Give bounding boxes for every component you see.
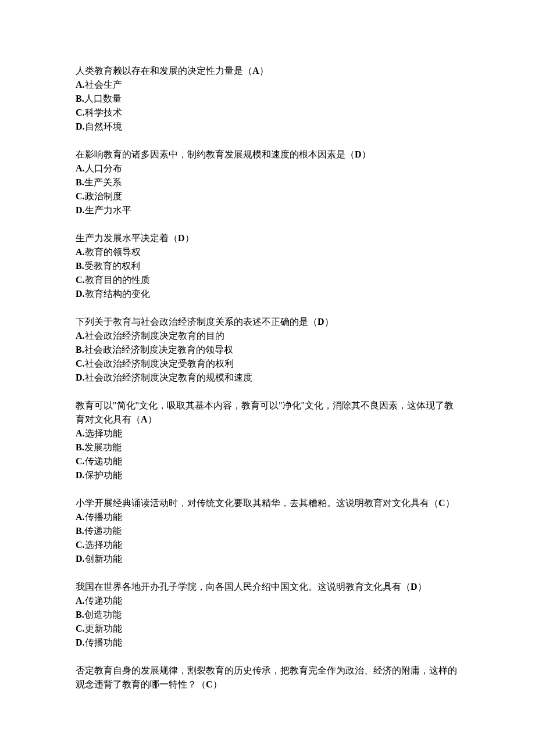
option-text: 受教育的权利	[84, 261, 140, 271]
option-text: 传播功能	[85, 512, 122, 522]
option-letter: B.	[76, 345, 84, 354]
option-letter: A.	[76, 163, 85, 173]
option-item: C.社会政治经济制度决定受教育的权利	[76, 357, 459, 371]
option-text: 政治制度	[85, 191, 122, 201]
option-letter: A.	[76, 80, 85, 89]
question-block: 教育可以"简化"文化，吸取其基本内容，教育可以"净化"文化，消除其不良因素，这体…	[76, 399, 459, 482]
stem-text-pre: 在影响教育的诸多因素中，制约教育发展规模和速度的根本因素是（	[76, 149, 355, 159]
stem-text-post: ）	[148, 414, 157, 424]
option-item: A.社会生产	[76, 78, 459, 92]
option-letter: A.	[76, 512, 85, 522]
question-stem: 在影响教育的诸多因素中，制约教育发展规模和速度的根本因素是（D）	[76, 148, 459, 162]
answer-letter: D	[411, 582, 418, 592]
option-item: C.科学技术	[76, 106, 459, 120]
option-item: A.选择功能	[76, 427, 459, 440]
option-text: 生产力水平	[85, 205, 131, 215]
option-item: B.生产关系	[76, 175, 459, 189]
option-item: D.保护功能	[76, 468, 459, 482]
option-letter: B.	[76, 526, 84, 536]
option-item: B.发展功能	[76, 440, 459, 454]
stem-text-pre: 生产力发展水平决定着（	[76, 233, 178, 243]
question-block: 生产力发展水平决定着（D）A.教育的领导权B.受教育的权利C.教育目的的性质D.…	[76, 231, 459, 301]
option-letter: C.	[76, 275, 85, 285]
option-item: D.教育结构的变化	[76, 287, 459, 301]
option-item: C.更新功能	[76, 622, 459, 636]
stem-text-pre: 我国在世界各地开办孔子学院，向各国人民介绍中国文化。这说明教育文化具有（	[76, 582, 411, 592]
option-text: 社会政治经济制度决定教育的领导权	[84, 345, 233, 354]
question-block: 下列关于教育与社会政治经济制度关系的表述不正确的是（D）A.社会政治经济制度决定…	[76, 315, 459, 385]
option-letter: C.	[76, 359, 85, 368]
answer-letter: A	[141, 414, 148, 424]
option-letter: C.	[76, 456, 85, 466]
option-text: 教育目的的性质	[85, 275, 150, 285]
option-text: 社会政治经济制度决定教育的规模和速度	[85, 372, 252, 382]
question-stem: 小学开展经典诵读活动时，对传统文化要取其精华，去其糟粕。这说明教育对文化具有（C…	[76, 496, 459, 510]
question-stem: 教育可以"简化"文化，吸取其基本内容，教育可以"净化"文化，消除其不良因素，这体…	[76, 399, 459, 427]
option-letter: A.	[76, 331, 85, 341]
answer-letter: C	[206, 679, 213, 689]
answer-letter: A	[252, 66, 259, 76]
stem-text-post: ）	[185, 233, 194, 243]
option-item: C.教育目的的性质	[76, 273, 459, 287]
option-item: A.传播功能	[76, 510, 459, 524]
question-block: 小学开展经典诵读活动时，对传统文化要取其精华，去其糟粕。这说明教育对文化具有（C…	[76, 496, 459, 566]
question-stem: 下列关于教育与社会政治经济制度关系的表述不正确的是（D）	[76, 315, 459, 329]
option-letter: A.	[76, 428, 85, 438]
stem-text-pre: 人类教育赖以存在和发展的决定性力量是（	[76, 66, 252, 76]
option-item: B.受教育的权利	[76, 259, 459, 273]
option-item: D.生产力水平	[76, 203, 459, 217]
stem-text-post: ）	[418, 582, 427, 592]
question-block: 人类教育赖以存在和发展的决定性力量是（A）A.社会生产B.人口数量C.科学技术D…	[76, 64, 459, 134]
questions-list: 人类教育赖以存在和发展的决定性力量是（A）A.社会生产B.人口数量C.科学技术D…	[76, 64, 459, 691]
option-item: B.社会政治经济制度决定教育的领导权	[76, 343, 459, 357]
option-letter: B.	[76, 610, 84, 619]
option-text: 创新功能	[85, 554, 122, 564]
option-letter: D.	[76, 637, 85, 647]
option-item: B.传递功能	[76, 524, 459, 538]
option-item: D.社会政治经济制度决定教育的规模和速度	[76, 371, 459, 385]
option-text: 社会政治经济制度决定教育的目的	[85, 331, 224, 341]
option-item: A.教育的领导权	[76, 245, 459, 259]
options-list: A.社会生产B.人口数量C.科学技术D.自然环境	[76, 78, 459, 134]
stem-text-pre: 否定教育自身的发展规律，割裂教育的历史传承，把教育完全作为政治、经济的附庸，这样…	[76, 665, 457, 689]
option-text: 发展功能	[84, 442, 122, 452]
question-block: 我国在世界各地开办孔子学院，向各国人民介绍中国文化。这说明教育文化具有（D）A.…	[76, 580, 459, 650]
stem-text-pre: 教育可以"简化"文化，吸取其基本内容，教育可以"净化"文化，消除其不良因素，这体…	[76, 400, 454, 424]
option-letter: B.	[76, 177, 84, 187]
option-item: A.社会政治经济制度决定教育的目的	[76, 329, 459, 343]
option-item: C.政治制度	[76, 189, 459, 203]
option-letter: C.	[76, 540, 85, 550]
options-list: A.传递功能B.创造功能C.更新功能D.传播功能	[76, 594, 459, 650]
options-list: A.社会政治经济制度决定教育的目的B.社会政治经济制度决定教育的领导权C.社会政…	[76, 329, 459, 385]
option-letter: A.	[76, 596, 85, 605]
answer-letter: D	[178, 233, 185, 243]
option-item: D.创新功能	[76, 552, 459, 566]
stem-text-pre: 下列关于教育与社会政治经济制度关系的表述不正确的是（	[76, 317, 318, 327]
option-letter: D.	[76, 372, 85, 382]
answer-letter: C	[438, 498, 445, 508]
stem-text-post: ）	[324, 317, 334, 327]
option-letter: A.	[76, 247, 85, 257]
option-text: 选择功能	[85, 428, 122, 438]
option-letter: B.	[76, 261, 84, 271]
stem-text-post: ）	[445, 498, 455, 508]
option-text: 传递功能	[85, 596, 122, 605]
option-text: 教育的领导权	[85, 247, 141, 257]
option-item: C.选择功能	[76, 538, 459, 552]
option-letter: C.	[76, 624, 85, 633]
answer-letter: D	[355, 149, 362, 159]
question-stem: 否定教育自身的发展规律，割裂教育的历史传承，把教育完全作为政治、经济的附庸，这样…	[76, 664, 459, 691]
option-item: B.人口数量	[76, 92, 459, 106]
option-letter: C.	[76, 191, 85, 201]
option-text: 生产关系	[84, 177, 122, 187]
stem-text-post: ）	[259, 66, 269, 76]
option-letter: B.	[76, 442, 84, 452]
option-item: D.传播功能	[76, 636, 459, 650]
stem-text-pre: 小学开展经典诵读活动时，对传统文化要取其精华，去其糟粕。这说明教育对文化具有（	[76, 498, 438, 508]
option-text: 传递功能	[84, 526, 122, 536]
option-letter: D.	[76, 121, 85, 131]
option-text: 社会生产	[85, 80, 122, 89]
question-block: 在影响教育的诸多因素中，制约教育发展规模和速度的根本因素是（D）A.人口分布B.…	[76, 148, 459, 217]
question-stem: 我国在世界各地开办孔子学院，向各国人民介绍中国文化。这说明教育文化具有（D）	[76, 580, 459, 594]
answer-letter: D	[318, 317, 324, 327]
